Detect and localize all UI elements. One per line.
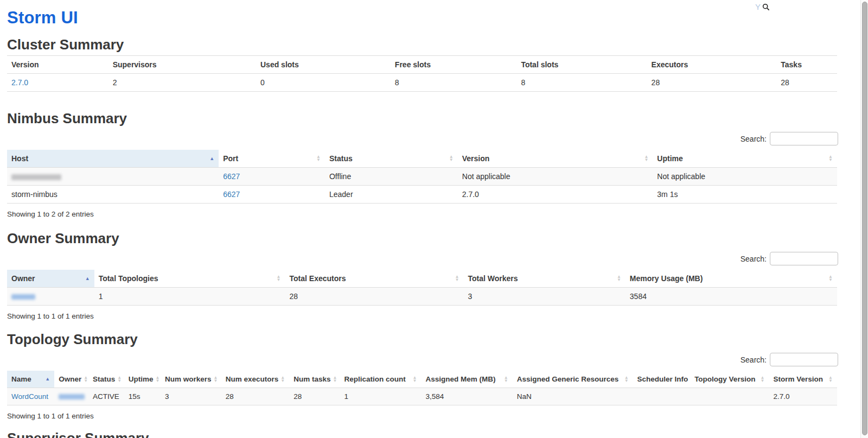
sort-asc-icon: ▲: [45, 377, 50, 382]
col-free-slots: Free slots: [391, 56, 517, 74]
nimbus-summary-table: Host▲ Port▲▼ Status▲▼ Version▲▼ Uptime▲▼: [7, 150, 837, 204]
col-num-workers[interactable]: Num workers▲▼: [161, 371, 221, 388]
col-memory-usage[interactable]: Memory Usage (MB)▲▼: [626, 270, 837, 288]
sort-idle-icon: ▲▼: [828, 376, 833, 383]
col-total-workers[interactable]: Total Workers▲▼: [463, 270, 625, 288]
sort-idle-icon: ▲▼: [449, 155, 454, 162]
cluster-summary-heading: Cluster Summary: [7, 36, 838, 53]
col-total-topologies[interactable]: Total Topologies▲▼: [94, 270, 285, 288]
col-port[interactable]: Port▲▼: [219, 150, 325, 168]
nimbus-uptime: 3m 1s: [653, 186, 837, 204]
topology-summary-table: Name▲ Owner▲▼ Status▲▼ Uptime▲▼ Num work…: [7, 371, 837, 405]
cluster-free-slots: 8: [391, 74, 517, 92]
nimbus-search-input[interactable]: [770, 132, 838, 145]
cluster-version-link[interactable]: 2.7.0: [11, 78, 28, 87]
sort-asc-icon: ▲: [209, 156, 214, 161]
owner-header-row: Owner▲ Total Topologies▲▼ Total Executor…: [7, 270, 837, 288]
col-used-slots: Used slots: [256, 56, 391, 74]
col-topology-version[interactable]: Topology Version▲▼: [690, 371, 769, 388]
topology-num-tasks: 28: [289, 388, 340, 405]
col-executors: Executors: [647, 56, 777, 74]
col-num-tasks[interactable]: Num tasks▲▼: [289, 371, 340, 388]
col-topo-owner[interactable]: Owner▲▼: [54, 371, 88, 388]
owner-search-bar: Search:: [7, 252, 838, 266]
col-assigned-generic-resources[interactable]: Assigned Generic Resources▲▼: [513, 371, 633, 388]
topology-assigned-mem: 3,584: [421, 388, 512, 405]
owner-summary-heading: Owner Summary: [7, 230, 838, 247]
topology-scheduler-info: [633, 388, 691, 405]
app-title-link[interactable]: Storm UI: [7, 8, 838, 28]
redacted-owner-link[interactable]: [59, 394, 85, 399]
owner-name-redacted: [7, 288, 94, 306]
owner-entries-info: Showing 1 to 1 of 1 entries: [7, 312, 838, 320]
sort-idle-icon: ▲▼: [617, 275, 621, 282]
sort-idle-icon: ▲▼: [504, 376, 508, 383]
topology-search-input[interactable]: [770, 353, 838, 366]
topology-search-bar: Search:: [7, 353, 838, 367]
scrollbar-thumb[interactable]: [862, 2, 867, 435]
topology-header-row: Name▲ Owner▲▼ Status▲▼ Uptime▲▼ Num work…: [7, 371, 837, 388]
col-supervisors: Supervisors: [108, 56, 256, 74]
cluster-summary-table: Version Supervisors Used slots Free slot…: [7, 55, 837, 92]
sort-idle-icon: ▲▼: [761, 376, 765, 383]
nimbus-port-link[interactable]: 6627: [223, 172, 240, 181]
nimbus-status: Offline: [325, 168, 458, 186]
cluster-used-slots: 0: [256, 74, 391, 92]
owner-search-label: Search:: [741, 255, 767, 263]
nimbus-version: 2.7.0: [458, 186, 653, 204]
col-host[interactable]: Host▲: [7, 150, 219, 168]
col-scheduler-info[interactable]: Scheduler Info▲▼: [633, 371, 691, 388]
nimbus-port-link[interactable]: 6627: [223, 190, 240, 199]
col-replication-count[interactable]: Replication count▲▼: [340, 371, 421, 388]
col-num-executors[interactable]: Num executors▲▼: [221, 371, 289, 388]
topology-name-link[interactable]: WordCount: [11, 392, 48, 401]
nimbus-version: Not applicable: [458, 168, 653, 186]
col-status[interactable]: Status▲▼: [325, 150, 458, 168]
col-name[interactable]: Name▲: [7, 371, 54, 388]
owner-total-workers: 3: [463, 288, 625, 306]
cluster-total-slots: 8: [516, 74, 647, 92]
topology-version: [690, 388, 769, 405]
owner-summary-table: Owner▲ Total Topologies▲▼ Total Executor…: [7, 270, 837, 306]
sort-idle-icon: ▲▼: [455, 275, 459, 282]
col-topo-uptime[interactable]: Uptime▲▼: [124, 371, 161, 388]
sort-idle-icon: ▲▼: [828, 155, 833, 162]
cluster-header-row: Version Supervisors Used slots Free slot…: [7, 56, 837, 74]
supervisor-summary-heading: Supervisor Summary: [7, 430, 838, 438]
topology-owner-redacted: [54, 388, 88, 405]
sort-idle-icon: ▲▼: [214, 376, 218, 383]
topology-storm-version: 2.7.0: [769, 388, 837, 405]
col-tasks: Tasks: [776, 56, 837, 74]
cluster-supervisors: 2: [108, 74, 256, 92]
nimbus-row: storm-nimbus 6627 Leader 2.7.0 3m 1s: [7, 186, 837, 204]
sort-idle-icon: ▲▼: [644, 155, 648, 162]
col-total-executors[interactable]: Total Executors▲▼: [285, 270, 464, 288]
topology-status: ACTIVE: [88, 388, 124, 405]
col-topo-status[interactable]: Status▲▼: [88, 371, 124, 388]
vertical-scrollbar[interactable]: [860, 0, 868, 438]
topology-row: WordCount ACTIVE 15s 3 28 28 1 3,584 NaN…: [7, 388, 837, 405]
col-assigned-mem[interactable]: Assigned Mem (MB)▲▼: [421, 371, 512, 388]
col-nimbus-version[interactable]: Version▲▼: [458, 150, 653, 168]
sort-idle-icon: ▲▼: [828, 275, 833, 282]
col-storm-version[interactable]: Storm Version▲▼: [769, 371, 837, 388]
sort-idle-icon: ▲▼: [155, 376, 159, 383]
topology-num-executors: 28: [221, 388, 289, 405]
nimbus-summary-heading: Nimbus Summary: [7, 110, 838, 127]
nimbus-search-label: Search:: [741, 135, 767, 143]
topology-assigned-generic-resources: NaN: [513, 388, 633, 405]
col-version: Version: [7, 56, 108, 74]
owner-memory-usage: 3584: [626, 288, 837, 306]
owner-row: 1 28 3 3584: [7, 288, 837, 306]
nimbus-uptime: Not applicable: [653, 168, 837, 186]
owner-search-input[interactable]: [770, 252, 838, 265]
redacted-host: [11, 174, 61, 180]
nimbus-entries-info: Showing 1 to 2 of 2 entries: [7, 210, 838, 218]
topology-num-workers: 3: [161, 388, 221, 405]
col-owner[interactable]: Owner▲: [7, 270, 94, 288]
redacted-owner-link[interactable]: [11, 294, 35, 300]
col-uptime[interactable]: Uptime▲▼: [653, 150, 837, 168]
nimbus-row: 6627 Offline Not applicable Not applicab…: [7, 168, 837, 186]
nimbus-host-redacted: [7, 168, 219, 186]
topology-replication-count: 1: [340, 388, 421, 405]
